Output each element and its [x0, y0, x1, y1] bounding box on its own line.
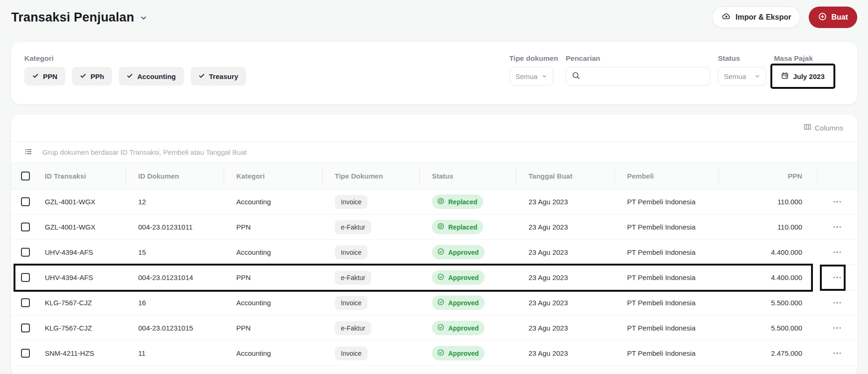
- cell-actions: [817, 346, 857, 360]
- row-checkbox[interactable]: [21, 349, 30, 358]
- create-button[interactable]: Buat: [809, 7, 857, 28]
- kategori-chip-pph[interactable]: PPh: [72, 67, 112, 86]
- row-checkbox[interactable]: [21, 248, 30, 257]
- select-all-cell: [11, 163, 39, 189]
- cell-kategori: Accounting: [224, 198, 322, 206]
- cell-kategori: PPN: [224, 324, 322, 332]
- cloud-download-icon: [721, 12, 731, 23]
- cell-tipe-dokumen: Invoice: [322, 195, 419, 209]
- cell-status: Approved: [419, 270, 516, 285]
- tipe-dokumen-chip: e-Faktur: [335, 321, 371, 335]
- tipe-dokumen-chip: Invoice: [335, 245, 367, 259]
- create-label: Buat: [831, 13, 848, 22]
- cell-ppn: 110.000: [719, 223, 817, 231]
- table-header-row: ID Transaksi ID Dokumen Kategori Tipe Do…: [11, 163, 857, 189]
- row-actions-button[interactable]: [828, 296, 846, 310]
- cell-id-transaksi: GZL-4001-WGX: [39, 223, 126, 231]
- cell-ppn: 5.500.000: [719, 299, 817, 307]
- column-header-status: Status: [419, 163, 516, 189]
- row-checkbox[interactable]: [21, 324, 30, 332]
- search-icon: [572, 71, 580, 82]
- table-row[interactable]: GZL-4001-WGX 12 Accounting Invoice Repla…: [11, 189, 857, 215]
- cell-id-transaksi: SNM-4211-HZS: [39, 349, 126, 357]
- table-row[interactable]: UHV-4394-AFS 004-23.01231014 PPN e-Faktu…: [11, 265, 857, 290]
- tipe-dokumen-select[interactable]: Semua: [509, 67, 553, 86]
- status-badge-label: Approved: [448, 274, 479, 281]
- cell-tanggal-buat: 23 Agu 2023: [516, 349, 614, 357]
- cell-actions: [817, 220, 857, 234]
- pencarian-label: Pencarian: [565, 54, 600, 63]
- group-hint-row[interactable]: Grup dokumen berdasar ID Transaksi, Pemb…: [11, 141, 857, 163]
- row-checkbox[interactable]: [21, 223, 30, 231]
- kategori-chip-label: PPN: [43, 72, 57, 80]
- row-checkbox-cell: [11, 324, 39, 332]
- cell-tipe-dokumen: Invoice: [322, 245, 419, 259]
- kategori-chip-treasury[interactable]: Treasury: [191, 67, 247, 86]
- row-checkbox[interactable]: [21, 273, 30, 282]
- columns-grid-icon: [804, 123, 812, 133]
- columns-button[interactable]: Columns: [801, 122, 846, 133]
- check-icon: [127, 72, 133, 80]
- cell-actions: [817, 321, 857, 335]
- search-box[interactable]: [565, 67, 710, 86]
- cell-tanggal-buat: 23 Agu 2023: [516, 299, 614, 307]
- cell-pembeli: PT Pembeli Indonesia: [614, 324, 719, 332]
- cell-actions: [817, 245, 857, 259]
- table-row[interactable]: KLG-7567-CJZ 004-23.01231015 PPN e-Faktu…: [11, 316, 857, 341]
- row-actions-button[interactable]: [828, 220, 846, 234]
- row-actions-button[interactable]: [828, 271, 846, 285]
- kategori-chips: PPN PPh Accounting Treasury: [24, 67, 246, 86]
- cell-actions: [817, 195, 857, 209]
- status-badge-label: Approved: [448, 249, 479, 256]
- cell-status: Approved: [419, 295, 516, 310]
- cell-status: Approved: [419, 245, 516, 259]
- masa-pajak-button[interactable]: July 2023: [774, 67, 832, 86]
- kategori-chip-label: Treasury: [209, 72, 239, 80]
- check-icon: [32, 72, 39, 80]
- kategori-field: Kategori PPN PPh Accounting Treasury: [24, 54, 246, 86]
- caret-down-icon: [542, 72, 547, 80]
- columns-button-label: Columns: [815, 124, 843, 132]
- status-label: Status: [718, 54, 740, 63]
- cell-actions: [817, 296, 857, 310]
- column-header-id-dokumen: ID Dokumen: [126, 163, 224, 189]
- import-export-button[interactable]: Impor & Ekspor: [712, 7, 800, 28]
- status-badge-label: Replaced: [448, 223, 477, 231]
- title-chevron-icon[interactable]: [140, 14, 148, 24]
- check-circle-icon: [437, 298, 445, 307]
- cell-tanggal-buat: 23 Agu 2023: [516, 198, 614, 206]
- status-badge-label: Approved: [448, 324, 479, 332]
- tipe-dokumen-chip: e-Faktur: [335, 220, 371, 234]
- table-row[interactable]: UHV-4394-AFS 15 Accounting Invoice Appro…: [11, 240, 857, 265]
- cell-pembeli: PT Pembeli Indonesia: [614, 248, 719, 256]
- tipe-dokumen-chip: Invoice: [335, 296, 367, 310]
- kategori-chip-label: Accounting: [137, 72, 176, 80]
- cell-ppn: 4.400.000: [719, 248, 817, 256]
- table-row[interactable]: GZL-4001-WGX 004-23.01231011 PPN e-Faktu…: [11, 215, 857, 240]
- row-actions-button[interactable]: [828, 346, 846, 360]
- kategori-chip-ppn[interactable]: PPN: [24, 67, 65, 86]
- row-actions-button[interactable]: [828, 195, 846, 209]
- masa-pajak-highlight-box: July 2023: [770, 64, 835, 89]
- cell-kategori: Accounting: [224, 349, 322, 357]
- kategori-chip-accounting[interactable]: Accounting: [119, 67, 184, 86]
- row-checkbox[interactable]: [21, 197, 30, 206]
- column-header-actions: [817, 163, 857, 189]
- row-actions-button[interactable]: [828, 321, 846, 335]
- cell-status: Approved: [419, 346, 516, 360]
- status-badge: Approved: [432, 346, 485, 360]
- kategori-label: Kategori: [24, 54, 54, 63]
- cell-pembeli: PT Pembeli Indonesia: [614, 299, 719, 307]
- table-row[interactable]: KLG-7567-CJZ 16 Accounting Invoice Appro…: [11, 290, 857, 316]
- search-input[interactable]: [584, 72, 704, 81]
- select-all-checkbox[interactable]: [21, 172, 30, 180]
- kategori-chip-label: PPh: [91, 72, 104, 80]
- table-row[interactable]: SNM-4211-HZS 11 Accounting Invoice Appro…: [11, 341, 857, 366]
- page: Transaksi Penjualan Impor & Ekspor Buat …: [0, 0, 868, 374]
- row-checkbox[interactable]: [21, 298, 30, 307]
- filter-card: Kategori PPN PPh Accounting Treasury: [11, 42, 857, 104]
- row-actions-button[interactable]: [828, 245, 846, 259]
- column-header-pembeli: Pembeli: [614, 163, 719, 189]
- cell-status: Replaced: [419, 194, 516, 209]
- status-select[interactable]: Semua: [718, 67, 766, 86]
